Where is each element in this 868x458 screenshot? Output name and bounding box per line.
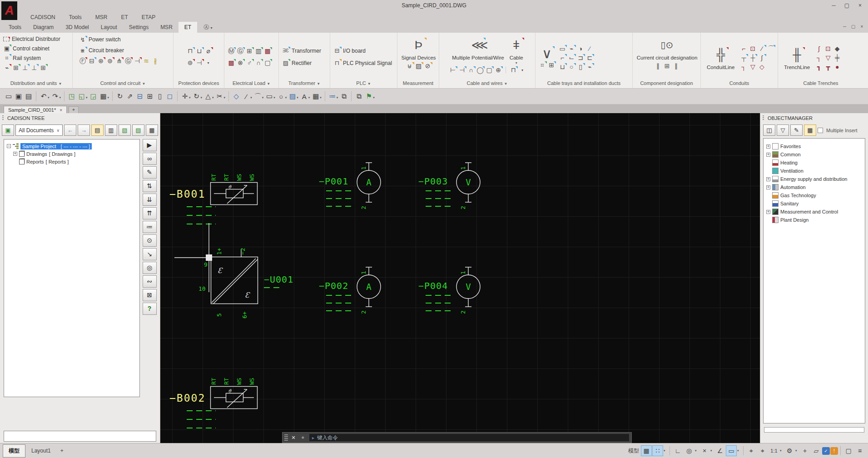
tab-settings[interactable]: Settings — [123, 22, 154, 33]
menu-etap[interactable]: ETAP — [135, 14, 162, 20]
tray-vertical-icon[interactable]: ▯ — [577, 64, 584, 70]
tray-ring-icon[interactable]: ○ — [568, 64, 575, 70]
cable-duct-icon[interactable]: ⊓ — [510, 67, 517, 74]
gear-dropdown-icon[interactable]: ▾ — [795, 449, 799, 453]
wire-group-icon[interactable]: ∦ — [152, 58, 159, 65]
fuse-switch-icon[interactable]: Ⓕ — [79, 58, 86, 65]
objectmanager-header[interactable]: OBJECTMANAGER — [760, 113, 868, 123]
coil-icon[interactable]: ▩ — [264, 48, 271, 55]
conduit-pipe-icon[interactable]: ∕ — [758, 45, 765, 52]
tray-cross-icon[interactable]: ⊏ — [586, 55, 593, 61]
viewport-icon[interactable]: ◻ — [165, 92, 175, 100]
menu-msr[interactable]: MSR — [89, 14, 114, 20]
menu-cadison[interactable]: CADISON — [24, 14, 62, 20]
component-b002[interactable]: −B002 ϑ RT RT WS WS — [169, 378, 258, 428]
contactor-icon[interactable]: ⋔ — [115, 58, 123, 65]
hatch-icon[interactable]: ▨ — [288, 92, 298, 100]
trench-box-icon[interactable]: ⊡ — [824, 45, 832, 52]
doc-close-button[interactable]: × — [858, 23, 866, 30]
search-icon[interactable]: ∞ — [143, 153, 157, 165]
trench-elbow-icon[interactable]: ┐ — [815, 55, 823, 61]
group-label-conduits[interactable]: Conduits — [701, 80, 778, 88]
earth-icon[interactable]: ⊥ — [21, 65, 29, 71]
ortho-toggle-icon[interactable]: ∟ — [672, 445, 683, 456]
circle-dropdown-icon[interactable]: ▾ — [285, 96, 287, 100]
tray-link-icon[interactable]: ⌁ — [586, 64, 593, 70]
trench-bend-icon[interactable]: ┓ — [815, 64, 823, 70]
table-icon[interactable]: ▦ — [311, 92, 321, 100]
multiple-potential-wire-button[interactable]: ⋘ Multiple Potential/Wire — [449, 34, 506, 61]
conduit-tee-icon[interactable]: ┬ — [740, 55, 747, 61]
polar-tracking-icon[interactable]: ◎ — [684, 445, 694, 456]
heater-icon[interactable]: ⊞ — [246, 48, 253, 55]
redo-icon[interactable]: ↷ — [50, 92, 60, 100]
collapse-icon[interactable]: − — [7, 144, 11, 148]
help-icon[interactable]: ? — [143, 303, 157, 315]
mirror-dropdown-icon[interactable]: ▾ — [212, 96, 214, 100]
trim-dropdown-icon[interactable]: ▾ — [224, 96, 226, 100]
conduit-down-icon[interactable]: ┐ — [740, 64, 747, 70]
tree-node-drawings[interactable]: + Drawings [ Drawings ] — [5, 150, 139, 158]
sort-up-icon[interactable]: ⇈ — [143, 207, 157, 219]
cadison-tree-header[interactable]: CADISON TREE — [0, 113, 160, 123]
om-node-gas-technology[interactable]: Gas Technology — [764, 191, 864, 199]
transformer-button[interactable]: ƎƐ Transformer — [282, 46, 327, 55]
command-line-grip[interactable] — [284, 434, 288, 441]
io-board-button[interactable]: ⊟ I/O board — [333, 46, 395, 55]
wire-box-icon[interactable]: ▢ — [486, 67, 493, 74]
om-node-automation[interactable]: + Automation — [764, 183, 864, 191]
tools-flag-icon[interactable]: ⚑ — [364, 92, 374, 100]
conduitline-button[interactable]: ╬ ConduitLine — [704, 44, 737, 70]
trench-cross-icon[interactable]: ╪ — [833, 55, 841, 61]
scale-dropdown-icon[interactable]: ▾ — [780, 449, 784, 453]
group-label-cable-wires[interactable]: Cable and wires ▼ — [439, 80, 535, 88]
voltage-meter-icon[interactable]: ⊎ — [406, 63, 413, 70]
trench-wedge-icon[interactable]: ◆ — [833, 45, 841, 52]
align-icon[interactable]: ⊟ — [135, 92, 145, 100]
generator-switch-icon[interactable]: Ⓖ — [124, 58, 132, 65]
wire-left-icon[interactable]: ⊢ — [449, 67, 456, 74]
menu-et[interactable]: ET — [114, 14, 134, 20]
fuse-icon[interactable]: ⊓ — [187, 48, 194, 55]
unit-box-icon[interactable]: ⊞ — [40, 65, 47, 71]
om-node-favorites[interactable]: + Favorites — [764, 142, 864, 150]
key-edit-icon[interactable]: ✎ — [790, 124, 803, 136]
table-dropdown-icon[interactable]: ▾ — [320, 96, 322, 100]
report-dropdown-icon[interactable]: ▾ — [108, 96, 109, 100]
minimize-button[interactable]: ─ — [827, 1, 840, 10]
wire-bundle-icon[interactable]: ≋ — [143, 58, 150, 65]
group-label-cable-trenches[interactable]: Cable Trenches — [778, 80, 863, 88]
snap-toggle-icon[interactable]: ∷ — [652, 445, 663, 456]
command-line[interactable]: ✕ ⌖ ▸ 键入命令 — [282, 432, 632, 443]
new-document-icon[interactable]: ▣ — [2, 124, 14, 136]
wire-bridge-icon[interactable]: ∩ — [467, 67, 475, 74]
layout1-tab[interactable]: Layout1 — [25, 445, 57, 457]
export-icon[interactable]: ⇗ — [125, 92, 135, 100]
crosshair-icon[interactable]: + — [799, 445, 810, 456]
box-3d-icon[interactable]: ◇ — [231, 92, 241, 100]
expand-icon[interactable]: + — [13, 152, 17, 156]
undo-icon[interactable]: ↶ — [39, 92, 49, 100]
expand-icon[interactable]: + — [766, 177, 770, 181]
compare-icon[interactable]: ◎ — [143, 262, 157, 274]
om-node-measurement-control[interactable]: + Measurement and Control — [764, 208, 864, 216]
rotate-icon[interactable]: ↻ — [192, 92, 202, 100]
snap-dropdown-icon[interactable]: ▾ — [664, 449, 667, 453]
zoom-to-icon[interactable]: ⊙ — [143, 234, 157, 247]
line-dropdown-icon[interactable]: ▾ — [250, 96, 252, 100]
new-sheet-dropdown-icon[interactable]: ▾ — [86, 96, 88, 100]
group-label-plc[interactable]: PLC ▼ — [330, 80, 397, 88]
mirror-icon[interactable]: △ — [203, 92, 213, 100]
arc-dropdown-icon[interactable]: ▾ — [262, 96, 264, 100]
conduit-s-icon[interactable]: ∫ — [758, 55, 765, 61]
conduit-box-icon[interactable]: ⊡ — [749, 45, 756, 52]
socket-icon[interactable]: ♂ — [246, 60, 253, 66]
tray-bend-icon[interactable]: ⌐ — [559, 55, 566, 61]
new-drawing-icon[interactable]: ◳ — [67, 92, 77, 100]
expand-icon[interactable]: + — [766, 153, 770, 157]
tab-3d-model[interactable]: 3D Model — [60, 22, 94, 33]
tray-boxes-icon[interactable]: ⊞ — [548, 62, 555, 69]
expand-icon[interactable]: + — [766, 210, 770, 214]
tab-diagram[interactable]: Diagram — [27, 22, 60, 33]
command-line-customize-icon[interactable]: ⌖ — [299, 434, 307, 441]
